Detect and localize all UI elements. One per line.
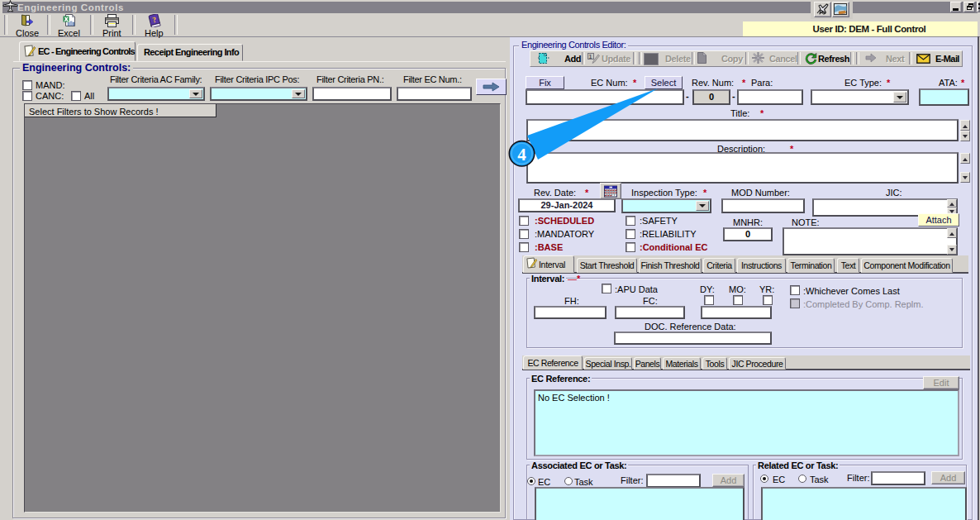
svg-text:4: 4 [517, 145, 526, 165]
svg-text:1: 1 [589, 54, 592, 60]
